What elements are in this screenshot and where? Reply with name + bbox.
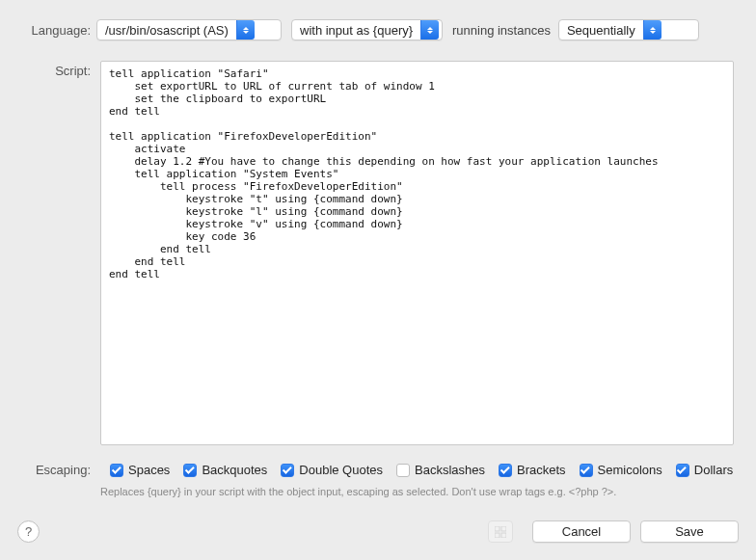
checkbox-icon xyxy=(396,464,410,477)
cancel-button[interactable]: Cancel xyxy=(532,520,631,543)
layout-grid-button[interactable] xyxy=(488,520,513,543)
input-mode-select-value: with input as {query} xyxy=(292,23,420,38)
escaping-backquotes-label: Backquotes xyxy=(202,463,267,477)
cancel-button-label: Cancel xyxy=(562,524,601,539)
escaping-hint: Replaces {query} in your script with the… xyxy=(100,486,739,497)
escaping-double-quotes-checkbox[interactable]: Double Quotes xyxy=(281,463,383,477)
checkbox-icon xyxy=(499,464,512,477)
language-select[interactable]: /usr/bin/osascript (AS) xyxy=(96,19,282,40)
checkbox-icon xyxy=(281,464,294,477)
escaping-backquotes-checkbox[interactable]: Backquotes xyxy=(183,463,267,477)
escaping-brackets-checkbox[interactable]: Brackets xyxy=(499,463,566,477)
escaping-dollars-checkbox[interactable]: Dollars xyxy=(676,463,733,477)
escaping-semicolons-label: Semicolons xyxy=(598,463,662,477)
language-row: Language: /usr/bin/osascript (AS) with i… xyxy=(0,19,739,40)
escaping-double-quotes-label: Double Quotes xyxy=(299,463,383,477)
chevron-updown-icon xyxy=(420,20,439,40)
chevron-updown-icon xyxy=(643,20,662,40)
escaping-semicolons-checkbox[interactable]: Semicolons xyxy=(580,463,662,477)
input-mode-select[interactable]: with input as {query} xyxy=(291,19,443,40)
svg-rect-1 xyxy=(501,526,506,531)
bottom-button-row: ? Cancel Save xyxy=(17,520,739,543)
escaping-backslashes-checkbox[interactable]: Backslashes xyxy=(396,463,485,477)
running-instances-select-value: Sequentially xyxy=(559,23,643,38)
running-instances-label: running instances xyxy=(452,23,551,38)
running-instances-select[interactable]: Sequentially xyxy=(558,19,699,40)
checkbox-icon xyxy=(110,464,123,477)
language-select-value: /usr/bin/osascript (AS) xyxy=(97,23,236,38)
svg-rect-3 xyxy=(501,533,506,538)
escaping-dollars-label: Dollars xyxy=(694,463,733,477)
language-label: Language: xyxy=(0,23,96,38)
save-button-label: Save xyxy=(675,524,704,539)
help-icon: ? xyxy=(25,524,32,539)
escaping-spaces-checkbox[interactable]: Spaces xyxy=(110,463,170,477)
grid-icon xyxy=(495,526,506,538)
save-button[interactable]: Save xyxy=(640,520,739,543)
script-textarea[interactable] xyxy=(100,61,734,445)
chevron-updown-icon xyxy=(236,20,255,40)
checkbox-icon xyxy=(183,464,197,477)
escaping-backslashes-label: Backslashes xyxy=(415,463,485,477)
escaping-row: Escaping: Spaces Backquotes Double Quote… xyxy=(0,463,739,477)
svg-rect-0 xyxy=(495,526,500,531)
escaping-spaces-label: Spaces xyxy=(128,463,170,477)
svg-rect-2 xyxy=(495,533,500,538)
script-config-pane: Language: /usr/bin/osascript (AS) with i… xyxy=(0,0,756,560)
escaping-brackets-label: Brackets xyxy=(517,463,566,477)
checkbox-icon xyxy=(580,464,593,477)
escaping-label: Escaping: xyxy=(0,463,96,477)
checkbox-icon xyxy=(676,464,689,477)
help-button[interactable]: ? xyxy=(17,520,40,543)
script-label: Script: xyxy=(0,64,96,78)
